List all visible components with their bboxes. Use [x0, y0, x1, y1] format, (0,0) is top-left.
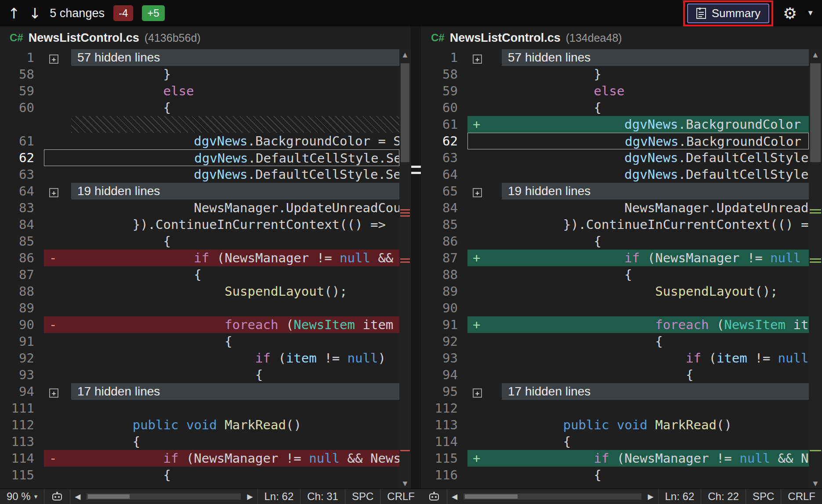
code-row[interactable]: 111 [0, 400, 399, 417]
settings-caret-icon[interactable]: ▼ [807, 9, 814, 18]
status-whitespace-mode[interactable]: SPC [345, 489, 380, 504]
line-body[interactable]: dgvNews.BackgroundColor = SystemColors.W… [44, 133, 399, 149]
line-body[interactable]: +17 hidden lines [467, 383, 809, 400]
line-number[interactable]: 94 [421, 366, 467, 383]
line-number[interactable]: 95 [421, 383, 467, 400]
line-number[interactable]: 92 [0, 350, 44, 366]
left-scrollbar-thumb[interactable] [401, 63, 409, 162]
line-body[interactable]: { [467, 467, 809, 483]
hidden-lines-row[interactable]: 1+57 hidden lines [0, 49, 399, 66]
line-body[interactable]: NewsManager.UpdateUnreadCount(); [467, 199, 809, 216]
right-vertical-scrollbar[interactable]: ▲ ▼ [809, 49, 822, 489]
line-number[interactable]: 62 [0, 149, 44, 166]
hidden-lines-band[interactable]: 19 hidden lines [71, 183, 399, 199]
code-row[interactable]: 63 dgvNews.DefaultCellStyle.SelectionFor… [0, 166, 399, 183]
code-row[interactable]: 115+ if (NewsManager != null && NewsMana… [421, 450, 809, 467]
line-body[interactable]: else [44, 83, 399, 99]
line-body[interactable]: { [44, 333, 399, 350]
line-number[interactable]: 94 [0, 383, 44, 400]
code-row[interactable]: 87 { [0, 266, 399, 283]
hidden-lines-band[interactable]: 17 hidden lines [502, 383, 809, 400]
code-row[interactable]: 59 else [0, 83, 399, 99]
code-row[interactable]: 90 [421, 300, 809, 316]
code-row[interactable]: 86- if (NewsManager != null && NewsManag… [0, 250, 399, 266]
code-row[interactable]: 91 { [0, 333, 399, 350]
hidden-lines-band[interactable]: 57 hidden lines [502, 49, 809, 66]
line-number[interactable]: 58 [0, 66, 44, 83]
line-number[interactable]: 114 [0, 450, 44, 467]
line-number[interactable]: 62 [421, 133, 467, 149]
code-row[interactable]: 112 public void MarkRead() [0, 417, 399, 433]
line-body[interactable] [467, 400, 809, 417]
line-number[interactable]: 90 [0, 316, 44, 333]
line-number[interactable]: 89 [0, 300, 44, 316]
code-row[interactable]: 86 { [421, 233, 809, 250]
hidden-lines-band[interactable]: 17 hidden lines [71, 383, 399, 400]
line-body[interactable]: +19 hidden lines [467, 183, 809, 199]
line-body[interactable]: + foreach (NewsItem item in NewsManager.… [467, 316, 809, 333]
line-body[interactable]: dgvNews.DefaultCellStyle.SelectionBackCo… [467, 149, 809, 166]
line-number[interactable] [0, 116, 44, 133]
hscroll-track[interactable] [87, 493, 241, 500]
line-number[interactable]: 112 [421, 400, 467, 417]
code-row[interactable]: 88 SuspendLayout(); [0, 283, 399, 300]
line-body[interactable] [44, 300, 399, 316]
line-number[interactable]: 92 [421, 333, 467, 350]
line-number[interactable]: 61 [421, 116, 467, 133]
line-body[interactable]: + if (NewsManager != null && NewsManager… [467, 450, 809, 467]
code-row[interactable]: 85 { [0, 233, 399, 250]
line-body[interactable]: +17 hidden lines [44, 383, 399, 400]
scroll-right-icon[interactable]: ▶ [643, 492, 658, 501]
robot-icon-cell[interactable] [44, 489, 70, 504]
code-row[interactable]: 114- if (NewsManager != null && NewsMana… [0, 450, 399, 467]
code-row[interactable]: 58 } [0, 66, 399, 83]
line-number[interactable]: 87 [0, 266, 44, 283]
expand-icon[interactable]: + [49, 188, 58, 197]
hscroll-thumb[interactable] [88, 494, 130, 499]
line-number[interactable]: 64 [0, 183, 44, 199]
line-number[interactable]: 89 [421, 283, 467, 300]
scroll-up-button[interactable]: ▲ [809, 49, 822, 60]
code-row[interactable]: 83 NewsManager.UpdateUnreadCount(); [0, 199, 399, 216]
code-row[interactable]: 89 [0, 300, 399, 316]
line-body[interactable]: +57 hidden lines [467, 49, 809, 66]
line-body[interactable]: - foreach (NewsItem item in NewsManager.… [44, 316, 399, 333]
left-scrollbar-track[interactable] [399, 60, 411, 478]
line-body[interactable]: + if (NewsManager != null && NewsManager… [467, 250, 809, 266]
code-row[interactable]: 63 dgvNews.DefaultCellStyle.SelectionBac… [421, 149, 809, 166]
code-row[interactable]: 113 public void MarkRead() [421, 417, 809, 433]
line-body[interactable]: dgvNews.DefaultCellStyle.SelectionForeCo… [44, 166, 399, 183]
line-body[interactable]: { [44, 266, 399, 283]
line-body[interactable]: SuspendLayout(); [467, 283, 809, 300]
line-number[interactable]: 59 [421, 83, 467, 99]
status-line-ending[interactable]: CRLF [380, 489, 421, 504]
code-row[interactable]: 84 NewsManager.UpdateUnreadCount(); [421, 199, 809, 216]
scroll-up-button[interactable]: ▲ [399, 49, 411, 60]
line-number[interactable]: 115 [421, 450, 467, 467]
line-body[interactable] [44, 116, 399, 133]
code-row[interactable]: 89 SuspendLayout(); [421, 283, 809, 300]
line-body[interactable]: }).ContinueInCurrentContext(() => [467, 216, 809, 233]
hidden-lines-row[interactable]: 94+17 hidden lines [0, 383, 399, 400]
code-row[interactable]: 62 dgvNews.BackgroundColor = SystemColor… [421, 133, 809, 149]
code-row[interactable]: 61 dgvNews.BackgroundColor = SystemColor… [0, 133, 399, 149]
line-body[interactable]: { [467, 233, 809, 250]
hscroll-thumb[interactable] [465, 494, 518, 499]
line-number[interactable]: 91 [0, 333, 44, 350]
right-scrollbar-thumb[interactable] [810, 63, 821, 162]
code-row[interactable]: 112 [421, 400, 809, 417]
line-number[interactable]: 91 [421, 316, 467, 333]
code-row[interactable]: 93 { [0, 366, 399, 383]
code-row[interactable]: 62 dgvNews.DefaultCellStyle.SelectionBac… [0, 149, 399, 166]
code-row[interactable]: 113 { [0, 433, 399, 450]
code-row[interactable]: 64 dgvNews.DefaultCellStyle.SelectionFor… [421, 166, 809, 183]
line-number[interactable]: 86 [421, 233, 467, 250]
previous-change-icon[interactable]: ↑ [8, 5, 20, 22]
filler-row[interactable] [0, 116, 399, 133]
left-horizontal-scrollbar[interactable]: ◀ ▶ [70, 489, 257, 504]
line-number[interactable]: 93 [0, 366, 44, 383]
line-body[interactable] [44, 400, 399, 417]
line-body[interactable]: { [467, 333, 809, 350]
hscroll-track[interactable] [464, 493, 641, 500]
line-number[interactable]: 63 [0, 166, 44, 183]
